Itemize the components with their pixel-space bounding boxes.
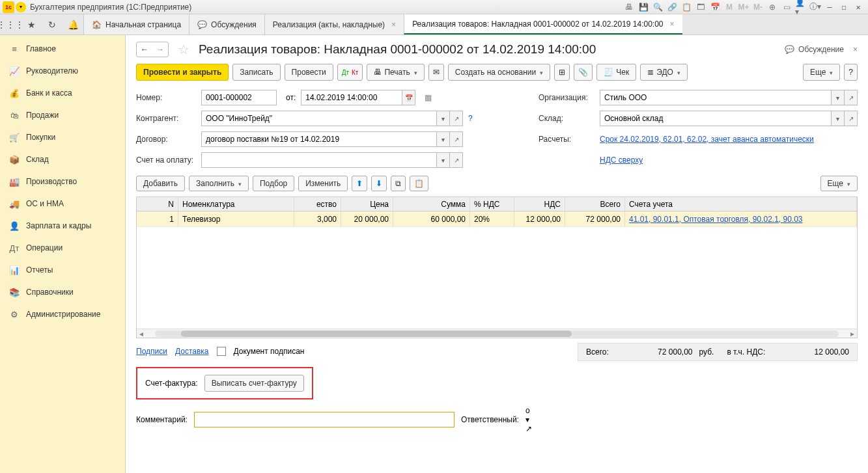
copy-icon[interactable]: 📋	[680, 1, 692, 13]
discussion-link[interactable]: 💬 Обсуждение ×	[785, 45, 858, 54]
vat-mode-link[interactable]: НДС сверху	[600, 155, 858, 165]
user-icon[interactable]: 👤▾	[795, 1, 807, 13]
m-minus-icon[interactable]: M-	[752, 1, 764, 13]
sidebar-item[interactable]: 👤Зарплата и кадры	[0, 215, 125, 237]
print-button[interactable]: 🖶Печать	[367, 64, 424, 81]
m-plus-icon[interactable]: M+	[738, 1, 749, 13]
help-icon[interactable]: ?	[468, 114, 473, 123]
check-button[interactable]: 🧾Чек	[596, 64, 636, 81]
sidebar-item[interactable]: 📦Склад	[0, 148, 125, 170]
zoom-in-icon[interactable]: ⊕	[766, 1, 778, 13]
sidebar-item[interactable]: 📈Руководителю	[0, 60, 125, 82]
sidebar-item[interactable]: ДтОперации	[0, 237, 125, 259]
open-icon[interactable]: ↗	[450, 111, 463, 126]
star-icon[interactable]: ★	[21, 14, 42, 34]
dropdown-icon[interactable]: ▾	[525, 415, 858, 424]
move-up-button[interactable]: ⬆	[352, 176, 367, 191]
print-icon[interactable]: 🖶	[623, 1, 635, 13]
comment-input[interactable]	[194, 412, 455, 427]
help-button[interactable]: ?	[844, 64, 858, 81]
contragent-input[interactable]: ООО "ИнноТрейд"	[201, 111, 437, 126]
calendar-icon[interactable]: 📅	[709, 1, 721, 13]
sidebar-item[interactable]: ≡Главное	[0, 38, 125, 60]
list-icon[interactable]: ▦	[425, 93, 432, 102]
sidebar-item[interactable]: 🏭Производство	[0, 170, 125, 193]
sidebar-item[interactable]: 🛒Покупки	[0, 126, 125, 148]
forward-icon[interactable]: →	[152, 42, 168, 57]
sidebar-item[interactable]: ⚙Администрирование	[0, 303, 125, 325]
contract-input[interactable]: договор поставки №19 от 14.02.2019	[201, 131, 437, 147]
page-icon[interactable]: ▭	[781, 1, 792, 13]
sidebar-item[interactable]: 🛍Продажи	[0, 104, 125, 126]
warehouse-input[interactable]: Основной склад	[600, 111, 832, 126]
more-button[interactable]: Еще	[803, 64, 840, 81]
number-input[interactable]: 0001-000002	[201, 90, 277, 105]
minimize-icon[interactable]: —	[824, 1, 835, 13]
link-icon[interactable]: 🔗	[666, 1, 678, 13]
dtkt-button[interactable]: ДтКт	[337, 64, 363, 81]
save-button[interactable]: Записать	[232, 64, 280, 81]
col-price[interactable]: Цена	[341, 197, 393, 211]
table-row[interactable]: 1Телевизор3,00020 000,0060 000,0020%12 0…	[137, 211, 857, 227]
search-icon[interactable]: 🔍	[652, 1, 664, 13]
sidebar-item[interactable]: 📊Отчеты	[0, 259, 125, 281]
dropdown-icon[interactable]: ▾	[16, 2, 26, 12]
org-input[interactable]: Стиль ООО	[600, 90, 832, 105]
add-row-button[interactable]: Добавить	[136, 176, 185, 191]
back-icon[interactable]: ←	[137, 42, 152, 57]
calc-link[interactable]: Срок 24.02.2019, 62.01, 62.02, зачет ава…	[600, 135, 858, 144]
maximize-icon[interactable]: ☐	[838, 1, 850, 13]
history-icon[interactable]: ↻	[42, 14, 63, 34]
dropdown-icon[interactable]: ▾	[437, 131, 450, 147]
accounts-link[interactable]: 41.01, 90.01.1, Оптовая торговля, 90.02.…	[629, 215, 803, 224]
select-button[interactable]: Подбор	[253, 176, 294, 191]
col-qty[interactable]: ество	[294, 197, 341, 211]
col-acc[interactable]: Счета учета	[625, 197, 857, 211]
date-input[interactable]: 14.02.2019 14:00:00	[301, 90, 402, 105]
m-icon[interactable]: M	[723, 1, 735, 13]
table-more-button[interactable]: Еще	[820, 176, 858, 191]
dropdown-icon[interactable]: ▾	[832, 111, 845, 126]
tab-discussions[interactable]: 💬Обсуждения	[189, 14, 264, 34]
sidebar-item[interactable]: 💰Банк и касса	[0, 82, 125, 104]
col-total[interactable]: Всего	[565, 197, 625, 211]
bell-icon[interactable]: 🔔	[63, 14, 83, 34]
apps-icon[interactable]: ⋮⋮⋮	[0, 14, 21, 34]
open-icon[interactable]: ↗	[450, 131, 463, 147]
signatures-link[interactable]: Подписи	[136, 347, 167, 356]
post-button[interactable]: Провести	[285, 64, 333, 81]
paste-rows-button[interactable]: 📋	[410, 176, 428, 191]
attach-button[interactable]: 📎	[574, 64, 593, 81]
sidebar-item[interactable]: 🚚ОС и НМА	[0, 193, 125, 215]
open-icon[interactable]: ↗	[450, 152, 463, 168]
doc-signed-checkbox[interactable]	[217, 347, 226, 356]
responsible-input[interactable]: о	[525, 406, 858, 415]
tab-home[interactable]: 🏠Начальная страница	[83, 14, 189, 34]
tab-current-doc[interactable]: Реализация товаров: Накладная 0001-00000…	[404, 14, 682, 34]
structure-button[interactable]: ⊞	[554, 64, 570, 81]
col-vat[interactable]: НДС	[514, 197, 565, 211]
dropdown-icon[interactable]: ▾	[832, 90, 845, 105]
open-icon[interactable]: ↗	[845, 90, 858, 105]
open-icon[interactable]: ↗	[525, 424, 858, 433]
change-button[interactable]: Изменить	[298, 176, 348, 191]
close-icon[interactable]: ×	[670, 20, 675, 29]
create-based-button[interactable]: Создать на основании	[448, 64, 551, 81]
horizontal-scrollbar[interactable]: ◂ ▸	[137, 329, 857, 338]
post-and-close-button[interactable]: Провести и закрыть	[136, 64, 229, 81]
sidebar-item[interactable]: 📚Справочники	[0, 281, 125, 303]
close-icon[interactable]: ×	[853, 45, 858, 54]
issue-invoice-button[interactable]: Выписать счет-фактуру	[204, 375, 304, 392]
info-icon[interactable]: ⓘ▾	[809, 1, 821, 13]
close-icon[interactable]: ✕	[852, 1, 864, 13]
col-sum[interactable]: Сумма	[393, 197, 470, 211]
calc-icon[interactable]: 🗔	[695, 1, 707, 13]
calendar-icon[interactable]: 📅	[402, 90, 415, 105]
mail-button[interactable]: ✉	[428, 64, 444, 81]
move-down-button[interactable]: ⬇	[371, 176, 387, 191]
open-icon[interactable]: ↗	[845, 111, 858, 126]
edo-button[interactable]: ≣ЭДО	[640, 64, 688, 81]
invoice-input[interactable]	[201, 152, 437, 168]
save-icon[interactable]: 💾	[637, 1, 649, 13]
favorite-star-icon[interactable]: ☆	[178, 42, 189, 57]
